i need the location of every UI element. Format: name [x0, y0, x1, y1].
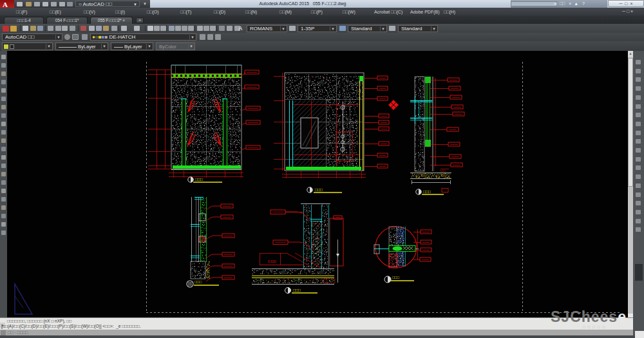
svg-text:□□□: □□□	[315, 187, 323, 192]
svg-text:□□□: □□□	[440, 169, 445, 173]
svg-text:□□□: □□□	[423, 189, 431, 194]
svg-text:□□□: □□□	[293, 288, 301, 292]
svg-text:□□□: □□□	[195, 177, 203, 182]
svg-text:□□□: □□□	[392, 276, 399, 279]
svg-text:0.010: 0.010	[268, 259, 276, 263]
svg-text:□□□: □□□	[194, 280, 202, 284]
